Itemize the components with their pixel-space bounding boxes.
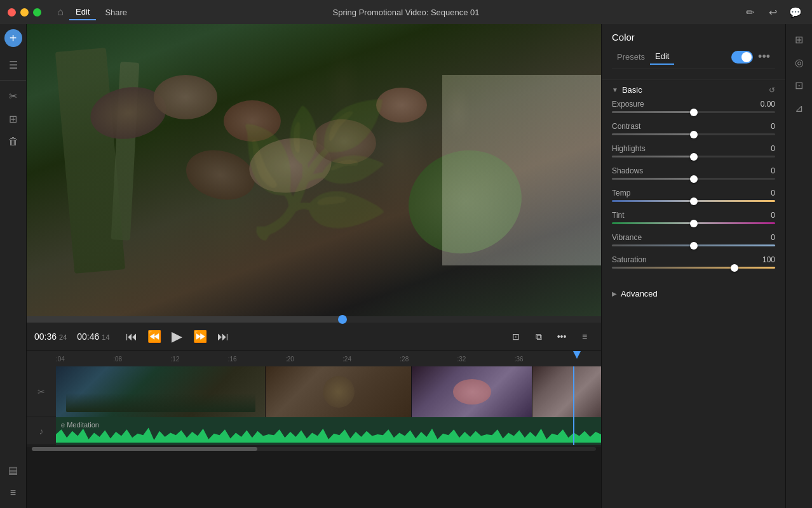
step-forward-button[interactable]: ⏩ xyxy=(191,328,209,345)
color-wheel-icon[interactable]: ◎ xyxy=(789,52,809,72)
ruler-mark: :08 xyxy=(113,356,170,363)
list-view-icon[interactable]: ≡ xyxy=(3,483,24,503)
undo-icon[interactable]: ↩ xyxy=(764,3,782,21)
highlights-slider[interactable] xyxy=(612,156,775,157)
clip-button[interactable]: ⧉ xyxy=(530,328,548,345)
advanced-section[interactable]: ▶ Advanced xyxy=(602,283,785,305)
current-time: 00:36 xyxy=(34,331,57,342)
filmstrip-icon[interactable]: ▤ xyxy=(3,460,24,480)
color-toggle[interactable] xyxy=(731,51,753,64)
exposure-slider[interactable] xyxy=(612,111,775,113)
video-playhead xyxy=(573,366,574,417)
tint-slider-row: Tint 0 xyxy=(612,211,775,224)
tint-slider[interactable] xyxy=(612,222,775,224)
vibrance-slider[interactable] xyxy=(612,244,775,246)
chat-icon[interactable]: 💬 xyxy=(787,3,804,21)
step-back-button[interactable]: ⏪ xyxy=(145,328,163,345)
contrast-slider[interactable] xyxy=(612,133,775,135)
fullscreen-button[interactable] xyxy=(33,8,41,17)
video-track-icon: ✂ xyxy=(37,387,45,397)
exposure-thumb[interactable] xyxy=(690,109,698,116)
temp-label: Temp xyxy=(612,189,630,197)
video-track-control[interactable]: ✂ xyxy=(27,366,56,417)
tab-edit[interactable]: Edit xyxy=(650,49,674,65)
vibrance-value: 0 xyxy=(752,233,775,242)
basic-chevron-icon[interactable]: ▼ xyxy=(612,86,618,93)
timeline-scrubber[interactable] xyxy=(27,316,601,323)
pen-tool-icon[interactable]: ✏ xyxy=(741,3,759,21)
video-preview[interactable] xyxy=(27,24,601,316)
exposure-fill xyxy=(612,111,694,113)
play-pause-button[interactable]: ▶ xyxy=(168,328,186,345)
saturation-slider-row: Saturation 100 xyxy=(612,255,775,269)
playback-controls: 00:36 24 00:46 14 ⏮ ⏪ ▶ ⏩ ⏭ ⊡ ⧉ ••• ≡ xyxy=(27,323,601,351)
shadows-fill xyxy=(612,178,694,180)
basic-reset-icon[interactable]: ↺ xyxy=(769,86,775,95)
saturation-slider[interactable] xyxy=(612,267,775,269)
tint-label: Tint xyxy=(612,211,625,220)
shadows-slider[interactable] xyxy=(612,178,775,180)
layers-icon[interactable]: ⊞ xyxy=(3,109,24,129)
menu-edit[interactable]: Edit xyxy=(69,4,96,20)
temp-slider[interactable] xyxy=(612,200,775,202)
audio-track[interactable]: e Meditation xyxy=(56,417,601,445)
shadows-value: 0 xyxy=(752,166,775,175)
audio-track-label: e Meditation xyxy=(61,421,99,429)
scrubber-handle[interactable] xyxy=(338,315,347,324)
ruler-mark: :12 xyxy=(170,356,227,363)
saturation-value: 100 xyxy=(752,255,775,264)
saturation-thumb[interactable] xyxy=(731,264,738,272)
thumbnail-strip xyxy=(56,366,601,417)
color-panel: Color Presets Edit ••• ▼ Basic ↺ Exposur… xyxy=(601,24,785,508)
exposure-value: 0.00 xyxy=(752,100,775,109)
menu-share[interactable]: Share xyxy=(98,5,133,20)
thumbnail-4 xyxy=(532,366,601,417)
contrast-thumb[interactable] xyxy=(690,131,698,138)
panel-header: Color Presets Edit ••• xyxy=(602,24,785,79)
video-content xyxy=(27,24,601,316)
timeline-tracks: ✂ ♪ xyxy=(27,366,601,445)
temp-thumb[interactable] xyxy=(690,197,698,205)
tab-presets[interactable]: Presets xyxy=(612,50,650,64)
go-to-end-button[interactable]: ⏭ xyxy=(214,328,232,345)
shadows-thumb[interactable] xyxy=(690,175,698,183)
timeline-ruler: :04 :08 :12 :16 :20 :24 :28 :32 :36 xyxy=(27,351,601,366)
current-frames: 24 xyxy=(59,333,67,341)
close-button[interactable] xyxy=(8,8,16,17)
minimize-button[interactable] xyxy=(20,8,29,17)
contrast-fill xyxy=(612,133,694,135)
audio-track-control[interactable]: ♪ xyxy=(27,417,56,445)
preview-area: 00:36 24 00:46 14 ⏮ ⏪ ▶ ⏩ ⏭ ⊡ ⧉ ••• ≡ xyxy=(27,24,601,508)
current-time-display: 00:36 24 00:46 14 xyxy=(34,331,110,342)
contrast-label: Contrast xyxy=(612,122,640,131)
go-to-start-button[interactable]: ⏮ xyxy=(123,328,140,345)
exposure-label: Exposure xyxy=(612,100,644,109)
titlebar: ⌂ Edit Share Spring Promotional Video: S… xyxy=(0,0,812,24)
list-icon[interactable]: ☰ xyxy=(3,55,24,75)
transform-icon[interactable]: ⊿ xyxy=(789,98,809,118)
add-button[interactable]: + xyxy=(4,29,22,47)
highlights-thumb[interactable] xyxy=(690,153,698,161)
timeline-scrollbar[interactable] xyxy=(27,447,601,455)
home-icon[interactable]: ⌂ xyxy=(51,3,69,21)
ruler-mark: :32 xyxy=(457,356,515,363)
scissors-icon[interactable]: ✂ xyxy=(3,86,24,106)
tint-thumb[interactable] xyxy=(690,220,698,227)
video-track[interactable] xyxy=(56,366,601,417)
tint-value: 0 xyxy=(752,211,775,220)
more-options-button[interactable]: ••• xyxy=(753,50,775,64)
more-playback-button[interactable]: ••• xyxy=(553,328,571,345)
scrollbar-thumb[interactable] xyxy=(32,447,257,451)
menu-playback-button[interactable]: ≡ xyxy=(576,328,593,345)
vibrance-thumb[interactable] xyxy=(690,242,698,250)
ruler-mark: :28 xyxy=(400,356,457,363)
track-controls: ✂ ♪ xyxy=(27,366,56,445)
contrast-slider-row: Contrast 0 xyxy=(612,122,775,135)
advanced-section-title: Advanced xyxy=(621,289,658,298)
fit-frame-button[interactable]: ⊡ xyxy=(507,328,525,345)
trash-icon[interactable]: 🗑 xyxy=(3,131,24,152)
inspector-icon[interactable]: ⊞ xyxy=(789,29,809,50)
export-icon[interactable]: ⊡ xyxy=(789,75,809,95)
ruler-mark: :20 xyxy=(285,356,342,363)
timeline: :04 :08 :12 :16 :20 :24 :28 :32 :36 ✂ xyxy=(27,351,601,455)
